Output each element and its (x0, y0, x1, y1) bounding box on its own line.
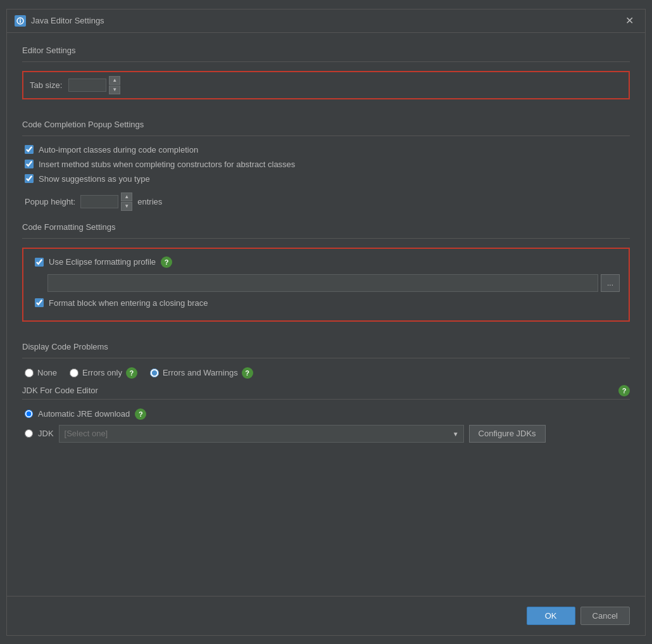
checkbox-auto-import-input[interactable] (25, 145, 34, 154)
configure-jdks-button[interactable]: Configure JDKs (469, 425, 546, 443)
tab-size-up[interactable]: ▲ (109, 76, 120, 85)
jdk-select-wrap: [Select one] ▼ (59, 425, 464, 443)
checkbox-method-stubs: Insert method stubs when completing cons… (22, 160, 630, 169)
jdk-header-row: JDK For Code Editor ? (22, 385, 630, 396)
checkbox-show-suggestions-label: Show suggestions as you type (39, 174, 150, 184)
radio-errors-only: Errors only ? (70, 367, 137, 379)
auto-jre-help-icon[interactable]: ? (135, 408, 146, 420)
checkbox-auto-import: Auto-import classes during code completi… (22, 145, 630, 155)
radio-none: None (25, 368, 57, 377)
code-completion-divider (22, 136, 630, 136)
errors-only-help-icon[interactable]: ? (126, 367, 137, 379)
radio-auto-jre-label: Automatic JRE download (38, 409, 130, 419)
radio-none-label: None (37, 368, 57, 377)
code-formatting-section: Code Formatting Settings Use Eclipse for… (22, 222, 630, 332)
checkbox-show-suggestions-input[interactable] (25, 174, 34, 183)
dialog-content: Editor Settings Tab size: 4 ▲ ▼ Code Com… (7, 33, 645, 596)
jdk-divider (22, 399, 630, 400)
radio-errors-only-label: Errors only (82, 368, 122, 377)
display-code-problems-divider (22, 358, 630, 358)
checkbox-format-block: Format block when entering a closing bra… (32, 298, 620, 308)
popup-height-suffix: entries (137, 197, 162, 206)
popup-height-row: Popup height: 10 ▲ ▼ entries (22, 193, 630, 211)
radio-errors-warnings: Errors and Warnings ? (150, 367, 253, 379)
editor-settings-box: Tab size: 4 ▲ ▼ (22, 71, 630, 99)
radio-row: None Errors only ? Errors and Warnings ? (22, 367, 630, 379)
checkbox-show-suggestions: Show suggestions as you type (22, 174, 630, 184)
checkbox-use-eclipse-input[interactable] (35, 258, 44, 267)
checkbox-method-stubs-input[interactable] (25, 160, 34, 168)
radio-errors-warnings-label: Errors and Warnings (163, 368, 238, 377)
code-formatting-label: Code Formatting Settings (22, 222, 630, 232)
jdk-label: JDK For Code Editor (22, 386, 98, 395)
jdk-help-icon[interactable]: ? (618, 385, 630, 396)
formatting-box: Use Eclipse formatting profile ? formatt… (22, 248, 630, 322)
checkbox-format-block-label: Format block when entering a closing bra… (49, 298, 208, 308)
radio-errors-warnings-input[interactable] (150, 369, 159, 377)
dialog-title: Java Editor Settings (31, 16, 104, 25)
checkbox-auto-import-label: Auto-import classes during code completi… (39, 145, 198, 155)
popup-height-arrows: ▲ ▼ (121, 193, 132, 211)
jdk-select[interactable]: [Select one] (59, 425, 464, 443)
formatting-file-row: formatting_settings.xml ... (32, 274, 620, 292)
dialog-footer: OK Cancel (7, 596, 645, 635)
jdk-select-label: JDK (38, 429, 54, 438)
tab-size-input[interactable]: 4 (68, 79, 106, 92)
radio-none-input[interactable] (25, 369, 34, 377)
ok-button[interactable]: OK (527, 607, 575, 625)
dialog-icon (15, 15, 26, 27)
tab-size-spinner[interactable]: 4 ▲ ▼ (68, 76, 120, 94)
code-formatting-divider (22, 238, 630, 239)
close-button[interactable]: ✕ (622, 15, 637, 27)
editor-settings-divider (22, 61, 630, 62)
cancel-button[interactable]: Cancel (580, 607, 630, 625)
checkbox-use-eclipse: Use Eclipse formatting profile ? (32, 256, 620, 268)
popup-height-spinner[interactable]: 10 ▲ ▼ (80, 193, 132, 211)
svg-point-2 (20, 18, 21, 20)
radio-auto-jre-input[interactable] (25, 410, 33, 418)
code-completion-label: Code Completion Popup Settings (22, 120, 630, 129)
tab-size-arrows: ▲ ▼ (109, 76, 120, 94)
svg-rect-3 (20, 20, 21, 23)
jdk-section: JDK For Code Editor ? Automatic JRE down… (22, 385, 630, 448)
title-bar-left: Java Editor Settings (15, 15, 104, 27)
popup-height-down[interactable]: ▼ (121, 202, 132, 211)
checkbox-format-block-input[interactable] (35, 298, 44, 307)
errors-warnings-help-icon[interactable]: ? (242, 367, 253, 379)
popup-height-input[interactable]: 10 (80, 195, 118, 208)
tab-size-down[interactable]: ▼ (109, 85, 120, 94)
title-bar: Java Editor Settings ✕ (7, 9, 645, 33)
popup-height-label: Popup height: (25, 197, 75, 206)
radio-jdk-input[interactable] (25, 429, 33, 438)
checkbox-use-eclipse-label: Use Eclipse formatting profile (49, 257, 156, 267)
tab-size-label: Tab size: (30, 80, 62, 90)
radio-auto-jre: Automatic JRE download ? (22, 408, 630, 420)
browse-button[interactable]: ... (601, 274, 620, 292)
editor-settings-label: Editor Settings (22, 46, 630, 55)
checkbox-method-stubs-label: Insert method stubs when completing cons… (39, 160, 295, 169)
dialog: Java Editor Settings ✕ Editor Settings T… (6, 9, 646, 636)
popup-height-up[interactable]: ▲ (121, 193, 132, 201)
use-eclipse-help-icon[interactable]: ? (161, 256, 172, 268)
display-code-problems-label: Display Code Problems (22, 342, 630, 351)
formatting-file-input[interactable]: formatting_settings.xml (47, 274, 598, 292)
radio-errors-only-input[interactable] (70, 369, 78, 377)
jdk-select-row: JDK [Select one] ▼ Configure JDKs (22, 425, 630, 443)
